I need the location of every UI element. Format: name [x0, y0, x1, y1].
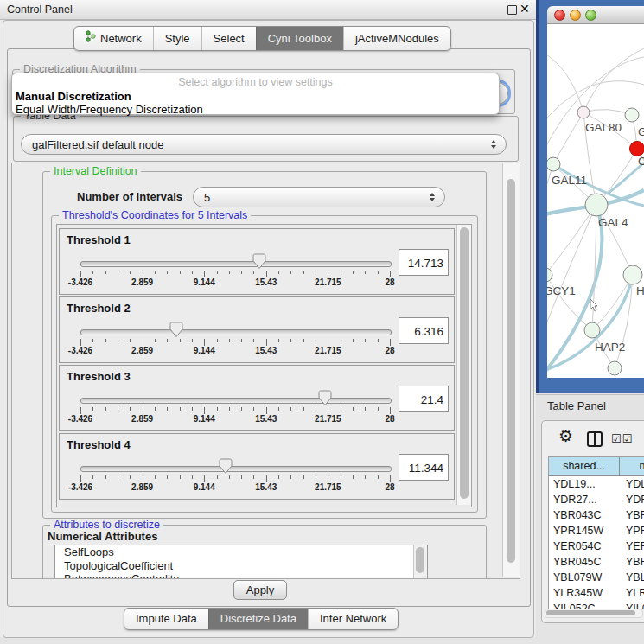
tab-style[interactable]: Style: [153, 27, 201, 50]
apply-button[interactable]: Apply: [233, 580, 287, 600]
cell-name[interactable]: YDL1: [620, 476, 644, 492]
tab-label: Select: [214, 28, 245, 49]
network-node[interactable]: [585, 194, 608, 216]
checkbox-pair-icon[interactable]: ☑☑: [611, 432, 633, 445]
number-of-intervals-value: 5: [204, 191, 210, 204]
settings-gear-icon[interactable]: ⚙: [558, 428, 573, 444]
node-label: GAL4: [598, 216, 628, 229]
control-panel-titlebar: Control Panel: [0, 0, 536, 20]
tab-impute-data[interactable]: Impute Data: [124, 609, 208, 629]
table-data-value: galFiltered.sif default node: [32, 138, 163, 151]
network-node[interactable]: [608, 361, 622, 375]
thresholds-scrollbar[interactable]: [456, 225, 471, 505]
cell-name[interactable]: YDR2: [620, 492, 644, 507]
thresholds-scrollbar-thumb[interactable]: [460, 227, 469, 499]
settings-scrollbar[interactable]: [502, 163, 520, 577]
tab-cyni-toolbox[interactable]: Cyni Toolbox: [256, 27, 343, 50]
network-canvas[interactable]: GAL80GACGAL11GAL4GCY1HHAP2: [547, 24, 644, 378]
network-node[interactable]: [625, 108, 639, 122]
close-icon[interactable]: ✕: [520, 2, 530, 16]
column-header-shared-name[interactable]: shared...: [549, 457, 620, 476]
table-data-select[interactable]: galFiltered.sif default node: [21, 134, 507, 155]
table-row[interactable]: YBR045C YBR0: [549, 554, 644, 570]
cell-name[interactable]: YBR0: [620, 507, 644, 523]
slider-track[interactable]: [80, 261, 392, 267]
cell-shared-name[interactable]: YDR27...: [549, 492, 620, 507]
network-node[interactable]: [623, 265, 642, 284]
slider-scale: -3.4262.8599.14415.4321.71528: [80, 414, 390, 424]
attribute-item-topologicalcoefficient[interactable]: TopologicalCoefficient: [55, 559, 427, 573]
scale-label: -3.426: [68, 277, 92, 287]
network-window-titlebar[interactable]: [547, 6, 644, 24]
table-horizontal-scrollbar-thumb[interactable]: [546, 610, 635, 615]
threshold-value[interactable]: 6.316: [399, 317, 449, 344]
dropdown-option-manual-discretization[interactable]: Manual Discretization: [12, 90, 499, 103]
attribute-item-selfloops[interactable]: SelfLoops: [55, 545, 427, 559]
cell-name[interactable]: YPR1: [620, 523, 644, 539]
scale-label: 28: [385, 277, 394, 287]
combo-arrows-icon: [430, 193, 435, 201]
zoom-button[interactable]: [585, 10, 596, 21]
tab-select[interactable]: Select: [201, 27, 256, 50]
cell-name[interactable]: YBL0: [620, 570, 644, 585]
slider-track[interactable]: [80, 329, 392, 335]
cell-name[interactable]: YBR0: [620, 554, 644, 570]
scale-label: -3.426: [68, 346, 92, 355]
table-row[interactable]: YER054C YER0: [549, 539, 644, 554]
network-node[interactable]: [547, 157, 560, 171]
column-header-name[interactable]: na: [620, 457, 644, 476]
cell-name[interactable]: YLR3: [620, 585, 644, 601]
cell-shared-name[interactable]: YBR045C: [549, 554, 620, 570]
settings-scrollbar-thumb[interactable]: [507, 179, 515, 563]
slider-thumb[interactable]: [252, 253, 266, 270]
table-row[interactable]: YPR145W YPR1: [549, 523, 644, 539]
slider-scale: -3.4262.8599.14415.4321.71528: [80, 482, 390, 493]
cell-shared-name[interactable]: YDL19...: [549, 476, 620, 492]
scale-label: 2.859: [131, 346, 153, 355]
cell-shared-name[interactable]: YBL079W: [549, 570, 620, 585]
minimize-button[interactable]: [570, 10, 581, 21]
network-node[interactable]: [577, 106, 590, 118]
close-button[interactable]: [554, 10, 565, 21]
tab-infer-network[interactable]: Infer Network: [308, 609, 398, 629]
cell-name[interactable]: YER0: [620, 539, 644, 554]
table-row[interactable]: YDL19... YDL1: [549, 476, 644, 492]
column-split-icon[interactable]: [587, 431, 603, 447]
attribute-item-betweennesscentrality[interactable]: BetweennessCentrality: [55, 572, 427, 579]
table-row[interactable]: YDR27... YDR2: [549, 492, 644, 507]
tab-network[interactable]: Network: [74, 27, 153, 50]
table-row[interactable]: YBL079W YBL0: [549, 570, 644, 585]
tab-jactivemnodules[interactable]: jActiveMNodules: [343, 27, 450, 50]
cell-shared-name[interactable]: YBR043C: [549, 507, 620, 523]
algorithm-dropdown: Select algorithm to view settings Manual…: [11, 73, 500, 115]
threshold-value[interactable]: 14.713: [399, 249, 449, 276]
slider-thumb[interactable]: [318, 390, 332, 406]
threshold-value[interactable]: 11.344: [399, 454, 449, 481]
screen: Control Panel ✕ NetworkStyleSelectCyni T…: [0, 0, 644, 644]
slider-track[interactable]: [80, 466, 392, 472]
tab-label: Network: [100, 28, 142, 49]
network-node[interactable]: [547, 268, 552, 282]
table-row[interactable]: YLR345W YLR3: [549, 585, 644, 601]
slider-thumb[interactable]: [219, 458, 233, 475]
attributes-scrollbar[interactable]: [413, 545, 427, 579]
scale-label: 15.43: [255, 482, 277, 492]
slider-thumb[interactable]: [169, 322, 183, 338]
dropdown-option-equal-width-frequency-discretization[interactable]: Equal Width/Frequency Discretization: [12, 103, 499, 116]
network-node[interactable]: [630, 142, 644, 156]
threshold-label: Threshold 1: [67, 233, 131, 246]
slider-track[interactable]: [80, 398, 392, 404]
tab-discretize-data[interactable]: Discretize Data: [208, 609, 308, 629]
number-of-intervals-select[interactable]: 5: [193, 187, 445, 207]
scale-label: 9.144: [194, 277, 215, 287]
cell-shared-name[interactable]: YPR145W: [549, 523, 620, 539]
threshold-value[interactable]: 21.4: [399, 386, 449, 412]
attributes-scrollbar-thumb[interactable]: [416, 547, 424, 573]
table-row[interactable]: YBR043C YBR0: [549, 507, 644, 523]
network-node[interactable]: [584, 322, 600, 338]
float-window-icon[interactable]: [507, 5, 517, 15]
cell-shared-name[interactable]: YLR345W: [549, 585, 620, 601]
cell-shared-name[interactable]: YER054C: [549, 539, 620, 554]
scale-label: 9.144: [194, 346, 215, 355]
scale-label: 28: [385, 414, 394, 424]
